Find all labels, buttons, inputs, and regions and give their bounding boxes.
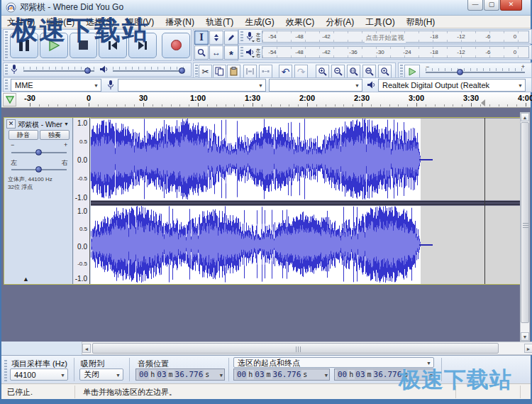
recording-channels-dropdown[interactable]: ▼ [269,79,362,92]
audio-host-dropdown[interactable]: MME▼ [11,79,101,92]
track-format-info: 立体声, 44100 Hz [8,175,52,183]
toolbar-grip[interactable] [240,31,243,42]
horizontal-scrollbar[interactable]: ◄ ► [82,342,532,355]
draw-tool-button[interactable] [224,31,238,45]
project-rate-label: 项目采样率 (Hz) [11,359,67,369]
playback-meter-toolbar[interactable]: 左右 -54 -48 -42 -36 -30 -24 -18 -12 -6 0 [238,45,532,60]
scroll-right-button[interactable]: ► [524,344,532,353]
meter-scale-label: -42 [322,33,331,40]
undo-button[interactable]: ↶ [279,65,292,78]
track-area[interactable]: ✕ 邓紫棋 - Wher ▼ 静音 独奏 − + 左 右 立体声, 44100 … [1,108,531,342]
track-collapse-button[interactable]: ▲ [23,275,29,283]
track-name[interactable]: 邓紫棋 - Wher [18,120,63,130]
timeshift-tool-button[interactable]: ↔ [209,45,223,60]
recording-device-dropdown[interactable]: ▼ [118,79,266,92]
zoom-in-button[interactable] [316,65,329,78]
cut-button[interactable]: ✂ [199,65,212,78]
copy-button[interactable] [213,65,226,78]
timeline-pin-button[interactable] [3,93,16,107]
watermark-bottom: 极速下载站 [399,365,512,395]
pin-triangle-icon [6,96,14,104]
audio-position-field[interactable]: 00h 03m 36.776s ▼ [135,368,225,381]
meter-scale-label: -12 [457,49,465,55]
recording-meter[interactable]: -54 -48 -42 点击开始监视 -18 -12 -6 0 [262,31,529,43]
scroll-left-button[interactable]: ◄ [82,344,91,353]
monitor-hint-text[interactable]: 点击开始监视 [365,33,406,43]
gain-slider-thumb[interactable] [35,149,42,155]
recording-volume-thumb[interactable] [84,67,91,74]
play-meter-left-label: 左 [255,48,262,53]
toolbar-grip[interactable] [4,360,7,383]
toolbar-grip[interactable] [5,65,8,75]
recording-meter-toolbar[interactable]: 左右 -54 -48 -42 点击开始监视 -18 -12 -6 0 [238,29,532,44]
zoom-out-button[interactable] [331,65,345,78]
track-bitdepth-info: 32位 浮点 [8,183,33,191]
selection-start-field[interactable]: 00h 03m 36.776s ▼ [233,368,330,381]
project-rate-dropdown[interactable]: 44100▼ [10,368,68,381]
waveform-area[interactable] [91,118,523,284]
selection-tool-button[interactable]: I [194,31,209,45]
mute-button[interactable]: 静音 [9,130,38,140]
playback-volume-thumb[interactable] [179,67,185,74]
solo-button[interactable]: 独奏 [40,130,70,140]
waveform-channel-left[interactable] [91,118,523,201]
pan-slider[interactable] [11,164,67,174]
meter-scale-label: -36 [349,49,358,55]
close-button[interactable]: ✕ [500,0,522,11]
snap-to-dropdown[interactable]: 关闭▼ [79,368,123,381]
toolbar-grip[interactable] [240,47,243,58]
recording-volume-slider[interactable] [23,65,94,75]
menu-tracks[interactable]: 轨道(T) [200,16,239,28]
menu-generate[interactable]: 生成(G) [239,16,279,28]
waveform-channel-right[interactable] [91,205,523,284]
vruler-label: 0.5 [79,138,87,145]
track-close-button[interactable]: ✕ [6,119,16,129]
clip-tail-line [419,159,433,160]
multi-tool-button[interactable]: * [224,45,238,60]
zoom-selection-button[interactable] [347,65,360,78]
gain-slider[interactable] [11,147,67,157]
playback-volume-slider[interactable] [113,65,184,75]
vertical-ruler[interactable]: 1.0 0.5 0.0 -0.5 -1.0 1.0 0.5 0.0 -0.5 -… [74,118,90,284]
zoom-tool-button[interactable] [194,45,209,60]
playback-meter[interactable]: -54 -48 -42 -36 -30 -24 -18 -12 -6 0 [262,46,529,58]
play-at-speed-toolbar: − + [398,62,532,79]
play-at-speed-button[interactable] [404,65,420,78]
timeline-ruler[interactable]: -30 0 30 1:00 1:30 2:00 2:30 3:00 3:30 4… [1,92,531,108]
zoom-fit-project-button[interactable] [362,65,376,78]
trim-audio-button[interactable] [243,65,257,78]
envelope-icon [212,33,221,42]
playback-speed-slider[interactable]: − + [426,66,525,76]
microphone-icon [106,80,116,91]
menu-help[interactable]: 帮助(H) [401,16,441,28]
menu-tools[interactable]: 工具(O) [360,16,400,28]
toolbar-grip[interactable] [400,65,403,77]
minimize-button[interactable]: — [467,0,483,11]
vertical-scrollbar-thumb[interactable] [521,122,529,323]
tools-toolbar: I ↔ * [193,29,238,61]
pan-slider-thumb[interactable] [35,166,42,173]
playback-device-dropdown[interactable]: Realtek Digital Output (Realtek▼ [378,79,526,92]
clip-tail-line [419,244,433,246]
maximize-button[interactable]: ▢ [484,0,499,11]
audio-track[interactable]: ✕ 邓紫棋 - Wher ▼ 静音 独奏 − + 左 右 立体声, 44100 … [4,117,522,285]
paste-button[interactable] [227,65,240,78]
menu-effect[interactable]: 效果(C) [280,16,321,28]
menu-transport[interactable]: 播录(N) [160,16,200,28]
redo-button[interactable]: ↷ [294,65,308,78]
record-button[interactable] [162,33,190,58]
menu-analyze[interactable]: 分析(A) [320,16,360,28]
toolbar-grip[interactable] [5,31,8,59]
toolbar-grip[interactable] [5,80,8,90]
toolbar-grip[interactable] [195,65,198,77]
zoom-toggle-button[interactable] [378,65,392,78]
silence-audio-button[interactable] [259,65,272,78]
playback-speed-thumb[interactable] [457,69,463,75]
scroll-down-button[interactable]: ▼ [521,332,529,341]
envelope-tool-button[interactable] [209,31,223,45]
track-control-panel[interactable]: ✕ 邓紫棋 - Wher ▼ 静音 独奏 − + 左 右 立体声, 44100 … [4,118,73,284]
vertical-scrollbar[interactable]: ▲ ▼ [520,112,530,342]
chevron-down-icon: ▼ [325,373,328,378]
scroll-up-button[interactable]: ▲ [521,113,529,121]
horizontal-scrollbar-thumb[interactable] [92,343,499,354]
